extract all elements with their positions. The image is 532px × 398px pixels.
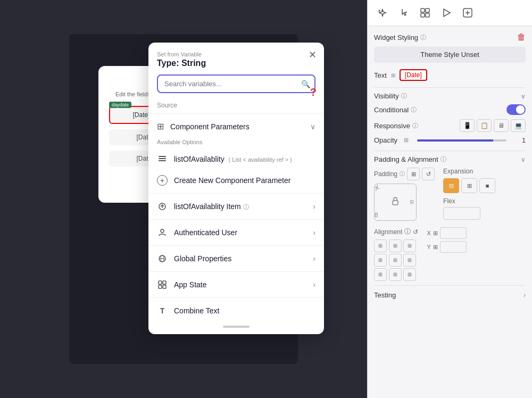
align-br[interactable]: [403, 268, 416, 281]
combine-text-item[interactable]: T Combine Text: [148, 300, 324, 321]
align-bc[interactable]: [389, 268, 402, 281]
right-toolbar: [368, 0, 532, 26]
responsive-info: ⓘ: [412, 122, 418, 130]
toolbar-icon-magic[interactable]: [374, 4, 391, 21]
app-state-label: App State: [174, 280, 313, 289]
padding-chevron[interactable]: ∨: [521, 156, 526, 163]
search-input[interactable]: [157, 74, 315, 93]
padding-icon-btn-1[interactable]: ⊞: [407, 168, 420, 180]
align-mc[interactable]: [389, 254, 402, 267]
visibility-chevron[interactable]: ∨: [521, 93, 526, 100]
search-icon: 🔍: [301, 80, 310, 88]
list-icon: [157, 154, 168, 164]
svg-rect-9: [163, 281, 166, 284]
conditional-label: Conditional: [374, 106, 409, 114]
tablet-icon[interactable]: 📋: [477, 119, 492, 132]
svg-rect-8: [159, 281, 162, 284]
opacity-value: 1: [515, 137, 526, 144]
svg-point-4: [161, 229, 164, 233]
flex-input[interactable]: [443, 207, 480, 220]
source-label: Source: [148, 100, 324, 113]
modal-close-button[interactable]: ✕: [309, 50, 317, 60]
align-tr[interactable]: [403, 239, 416, 252]
set-from-variable-modal[interactable]: Set from Variable Type: String ✕ 🔍 ? Sou…: [148, 43, 324, 334]
list-availability-chevron: ›: [313, 202, 315, 211]
delete-icon[interactable]: 🗑: [517, 32, 526, 42]
x-input[interactable]: [440, 227, 467, 239]
align-tl[interactable]: [374, 239, 387, 252]
y-input[interactable]: [440, 241, 467, 253]
align-bl[interactable]: [374, 268, 387, 281]
list-availability-item-label: listOfAvailablity Item ⓘ: [174, 202, 313, 211]
toolbar-icon-add[interactable]: [459, 4, 476, 21]
mobile-icon[interactable]: 📱: [460, 119, 475, 132]
user-icon: [157, 227, 168, 238]
list-item-icon: [157, 201, 168, 212]
globe-icon: [157, 253, 168, 264]
testing-chevron: ›: [523, 292, 526, 299]
conditional-row: Conditional ⓘ: [374, 104, 526, 115]
svg-rect-11: [163, 285, 166, 288]
testing-section[interactable]: Testing ›: [374, 285, 526, 304]
trbl-left-label: L: [377, 184, 380, 190]
app-state-item[interactable]: App State ›: [148, 274, 324, 295]
padding-icon-btn-2[interactable]: ↺: [422, 168, 435, 180]
y-icon: ⊞: [433, 244, 438, 251]
create-param-item[interactable]: + Create New Component Parameter: [148, 170, 324, 191]
list-item-list-of-availability[interactable]: listOfAvailablity ( List < availability …: [148, 148, 324, 170]
authenticated-user-item[interactable]: Authenticated User ›: [148, 222, 324, 243]
padding-info: ⓘ: [440, 155, 446, 163]
align-mr[interactable]: [403, 254, 416, 267]
component-params-header[interactable]: ⊞ Component Parameters ∨: [148, 116, 324, 137]
alignment-grid: [374, 239, 417, 281]
svg-rect-13: [426, 9, 429, 12]
responsive-row: Responsive ⓘ 📱 📋 🖥 💻: [374, 119, 526, 132]
opacity-slider[interactable]: [417, 139, 506, 142]
conditional-toggle[interactable]: [506, 104, 526, 115]
app-state-chevron: ›: [313, 280, 315, 289]
desktop-icon[interactable]: 💻: [511, 119, 526, 132]
align-ml[interactable]: [374, 254, 387, 267]
padding-alignment-label: Padding & Alignment: [374, 155, 438, 163]
text-value-box[interactable]: [Date]: [400, 69, 427, 81]
component-params-chevron: ∨: [310, 122, 315, 131]
trbl-bottom-label: B: [375, 212, 378, 218]
alignment-section: Alignment ⓘ ↺: [374, 227, 418, 281]
flex-label: Flex: [443, 197, 495, 205]
exp-btn-hug[interactable]: ⊞: [461, 178, 477, 193]
visibility-label: Visibility: [374, 92, 399, 100]
authenticated-user-chevron: ›: [313, 228, 315, 237]
combine-text-icon: T: [157, 305, 168, 316]
toolbar-icon-interact[interactable]: [395, 4, 412, 21]
desktop-small-icon[interactable]: 🖥: [494, 119, 509, 132]
lock-icon: [390, 196, 401, 206]
align-tc[interactable]: [389, 239, 402, 252]
create-param-label: Create New Component Parameter: [174, 176, 315, 185]
toolbar-icon-play[interactable]: [438, 4, 455, 21]
search-box: 🔍 ?: [157, 74, 315, 93]
menu-section-5: T Combine Text: [148, 297, 324, 324]
responsive-icons: 📱 📋 🖥 💻: [460, 119, 526, 132]
create-param-icon: +: [157, 175, 168, 186]
scroll-indicator: [223, 326, 250, 328]
theme-btn[interactable]: Theme Style Unset: [374, 46, 526, 63]
modal-footer: [148, 324, 324, 334]
exp-btn-fixed[interactable]: ■: [479, 178, 495, 193]
available-options-label: Available Options: [148, 137, 324, 148]
alignment-reset-icon[interactable]: ↺: [413, 228, 418, 236]
exp-btn-fill[interactable]: ⊟: [443, 178, 459, 193]
toggle-knob: [516, 105, 525, 114]
menu-section-3: Global Properties ›: [148, 245, 324, 271]
widget-styling-info: ⓘ: [420, 34, 426, 42]
canvas-panel: Availability Edit the fields below in or…: [0, 0, 367, 398]
svg-rect-0: [159, 156, 166, 157]
y-label: Y: [427, 244, 430, 250]
menu-section-1: listOfAvailablity Item ⓘ ›: [148, 193, 324, 219]
modal-title: Type: String: [157, 59, 315, 68]
list-availability-item[interactable]: listOfAvailablity Item ⓘ ›: [148, 196, 324, 217]
right-panel: Widget Styling ⓘ 🗑 Theme Style Unset Tex…: [367, 0, 532, 398]
expansion-buttons: ⊟ ⊞ ■: [443, 178, 495, 193]
svg-rect-14: [421, 13, 425, 17]
global-properties-item[interactable]: Global Properties ›: [148, 248, 324, 269]
toolbar-icon-components[interactable]: [417, 4, 434, 21]
